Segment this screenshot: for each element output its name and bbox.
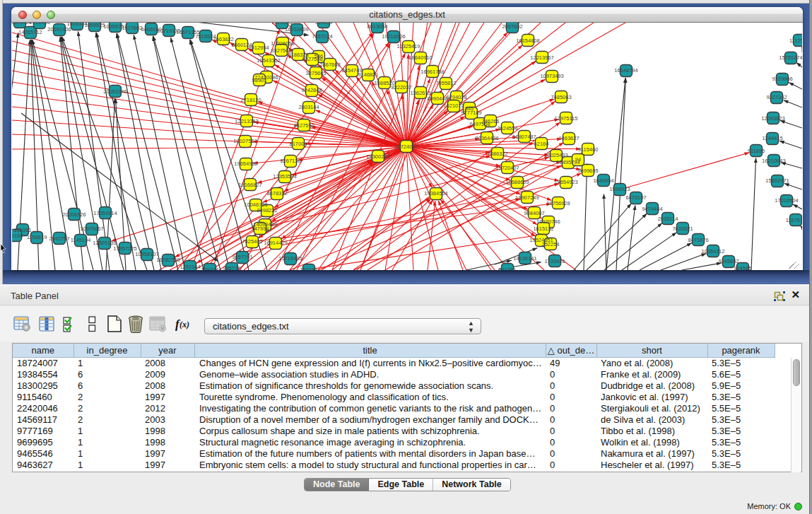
svg-text:9115460: 9115460	[578, 146, 599, 153]
svg-text:18724007: 18724007	[394, 144, 418, 150]
svg-text:16154808: 16154808	[516, 37, 539, 44]
svg-text:17957225: 17957225	[113, 245, 136, 252]
svg-text:9498222: 9498222	[257, 207, 277, 214]
svg-text:14136141: 14136141	[513, 255, 536, 262]
svg-text:9857791: 9857791	[232, 254, 252, 260]
svg-text:2935114: 2935114	[658, 216, 678, 222]
svg-text:15716485: 15716485	[278, 255, 302, 262]
svg-text:7955812: 7955812	[435, 80, 456, 86]
svg-text:8678332: 8678332	[266, 190, 287, 197]
svg-text:8427552: 8427552	[293, 122, 314, 129]
svg-text:1065525: 1065525	[84, 23, 105, 28]
svg-text:19654982: 19654982	[234, 160, 257, 167]
svg-text:20691406: 20691406	[47, 26, 71, 33]
svg-text:7663822: 7663822	[213, 36, 233, 42]
svg-text:1145194: 1145194	[71, 237, 91, 243]
svg-text:2991406: 2991406	[29, 23, 49, 25]
svg-text:(x): (x)	[180, 320, 189, 329]
svg-text:10958107: 10958107	[135, 251, 158, 257]
svg-text:15720407: 15720407	[495, 165, 519, 171]
svg-text:62160: 62160	[534, 141, 549, 147]
svg-text:9777169: 9777169	[461, 110, 481, 116]
svg-text:2867608: 2867608	[319, 62, 340, 68]
svg-text:8471676: 8471676	[688, 237, 708, 243]
svg-text:17359914: 17359914	[93, 210, 117, 216]
svg-text:1112541: 1112541	[789, 37, 802, 44]
svg-text:6479197: 6479197	[625, 194, 646, 201]
svg-text:7625402: 7625402	[242, 238, 262, 245]
svg-text:157164: 157164	[300, 267, 317, 270]
svg-text:12975115: 12975115	[555, 115, 578, 122]
svg-text:10107552: 10107552	[233, 138, 257, 144]
svg-text:954654: 954654	[314, 23, 332, 25]
svg-text:9227342: 9227342	[766, 94, 787, 100]
svg-text:1640954: 1640954	[593, 177, 613, 184]
svg-text:924565: 924565	[734, 265, 751, 270]
svg-text:8990448: 8990448	[427, 95, 447, 102]
svg-text:94: 94	[575, 156, 581, 163]
svg-text:1244415: 1244415	[762, 135, 782, 141]
svg-text:1958923: 1958923	[609, 186, 630, 192]
svg-text:10688609: 10688609	[505, 179, 529, 185]
svg-text:19654923: 19654923	[554, 179, 577, 185]
svg-text:9084067: 9084067	[524, 210, 544, 216]
svg-text:129234: 129234	[201, 267, 218, 270]
svg-text:3624554: 3624554	[497, 125, 517, 132]
svg-text:19218506: 19218506	[382, 33, 405, 40]
svg-text:9699695: 9699695	[577, 168, 598, 174]
svg-text:10120746: 10120746	[536, 218, 560, 225]
svg-text:3875685: 3875685	[305, 70, 326, 76]
svg-text:10807487: 10807487	[512, 134, 536, 140]
svg-text:2087682: 2087682	[502, 23, 522, 30]
svg-text:7357224: 7357224	[312, 33, 332, 40]
svg-text:9463627: 9463627	[558, 135, 579, 141]
svg-text:9474444: 9474444	[642, 206, 662, 212]
svg-text:17016504: 17016504	[775, 197, 798, 204]
svg-text:13226058: 13226058	[271, 40, 294, 47]
svg-text:19756928: 19756928	[546, 200, 570, 206]
svg-text:9329966: 9329966	[772, 76, 792, 82]
svg-text:9146821: 9146821	[358, 71, 378, 78]
svg-text:19166827: 19166827	[238, 182, 261, 188]
svg-text:18640910: 18640910	[408, 54, 432, 61]
svg-text:16648794: 16648794	[614, 67, 637, 74]
svg-text:1322605: 1322605	[271, 23, 292, 25]
svg-text:985779: 985779	[223, 265, 240, 270]
svg-text:817004: 817004	[289, 141, 307, 147]
svg-text:98901: 98901	[252, 77, 267, 83]
svg-text:10543362: 10543362	[257, 57, 280, 64]
svg-text:9245652: 9245652	[718, 258, 739, 264]
svg-text:15751074: 15751074	[779, 54, 802, 61]
svg-text:39159: 39159	[12, 233, 23, 239]
svg-text:11325419: 11325419	[397, 43, 420, 49]
svg-text:9242848: 9242848	[301, 87, 322, 93]
svg-text:10975867: 10975867	[80, 226, 103, 232]
svg-text:1621072: 1621072	[443, 103, 464, 109]
svg-text:12093823: 12093823	[761, 115, 784, 122]
svg-text:1733426: 1733426	[544, 258, 565, 264]
svg-text:7632621: 7632621	[672, 226, 693, 232]
svg-text:911895: 911895	[748, 148, 765, 154]
svg-text:147994: 147994	[251, 226, 269, 232]
svg-text:16782759: 16782759	[156, 257, 180, 263]
svg-text:12213967: 12213967	[530, 54, 553, 61]
svg-text:14055712: 14055712	[18, 29, 42, 35]
svg-text:7485063: 7485063	[551, 94, 571, 100]
svg-text:12213363: 12213363	[235, 118, 258, 124]
svg-text:2803144: 2803144	[298, 104, 319, 110]
svg-text:20364436: 20364436	[475, 135, 498, 141]
svg-text:8322037: 8322037	[391, 84, 411, 90]
svg-text:1167533: 1167533	[786, 217, 802, 223]
svg-text:2942757: 2942757	[49, 235, 69, 242]
svg-text:16914479: 16914479	[264, 240, 287, 246]
svg-text:20206526: 20206526	[62, 211, 86, 218]
svg-text:19384554: 19384554	[424, 190, 447, 197]
svg-text:18907249: 18907249	[515, 194, 539, 201]
svg-text:1527602: 1527602	[122, 25, 142, 31]
svg-text:2718120: 2718120	[240, 97, 261, 103]
svg-text:16033809: 16033809	[285, 26, 308, 33]
svg-text:10654112: 10654112	[702, 248, 725, 255]
svg-text:12353594: 12353594	[273, 173, 296, 180]
svg-text:10025433: 10025433	[544, 152, 567, 158]
svg-text:1156819: 1156819	[27, 234, 47, 240]
